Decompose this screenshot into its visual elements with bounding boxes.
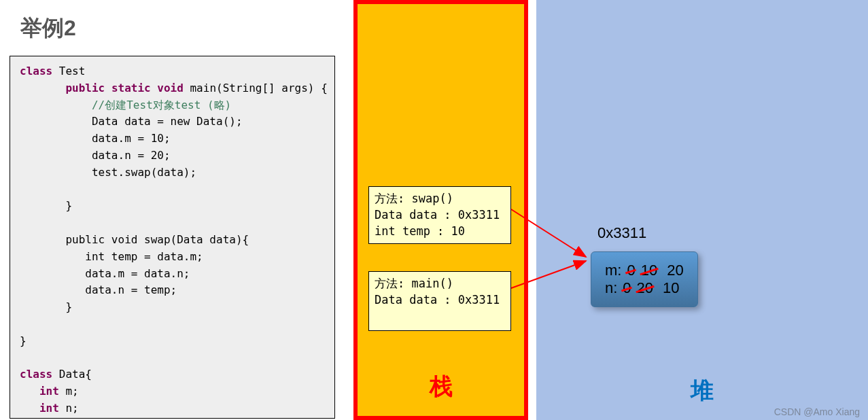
stack-frame-swap: 方法: swap() Data data : 0x3311 int temp :… <box>368 186 511 244</box>
keyword-class: class <box>20 65 52 77</box>
heap-field-label: m: <box>605 262 621 279</box>
stack-column: 方法: swap() Data data : 0x3311 int temp :… <box>353 0 528 420</box>
heap-label: 堆 <box>691 375 714 406</box>
code-line: data.n = 20; <box>92 149 171 162</box>
stack-label: 栈 <box>430 371 453 402</box>
heap-object: m:0 10 20 n:0 20 10 <box>591 251 698 307</box>
code-brace: } <box>65 300 72 313</box>
keyword-class: class <box>20 368 52 381</box>
code-brace: { <box>85 368 92 381</box>
code-line: data.m = 10; <box>92 132 171 145</box>
watermark: CSDN @Amo Xiang <box>774 406 860 417</box>
heap-new-value: 10 <box>663 279 679 297</box>
main-signature: main(String[] args) { <box>184 82 328 94</box>
heap-field-n: n:0 20 10 <box>605 279 684 297</box>
heap-struck-value: 10 <box>641 262 657 279</box>
code-brace: } <box>65 199 72 212</box>
code-line: data.n = temp; <box>85 283 177 296</box>
page-title: 举例2 <box>20 14 76 43</box>
heap-column: 0x3311 m:0 10 20 n:0 20 10 堆 <box>536 0 868 420</box>
code-line: test.swap(data); <box>92 166 196 179</box>
field-n: n; <box>59 402 79 415</box>
code-line: data.m = data.n; <box>85 267 190 280</box>
heap-new-value: 20 <box>667 262 683 279</box>
field-m: m; <box>59 385 79 398</box>
class-name-test: Test <box>59 65 86 77</box>
heap-struck-value: 20 <box>637 279 653 297</box>
code-line: Data data = new Data(); <box>92 115 243 128</box>
heap-field-m: m:0 10 20 <box>605 262 684 279</box>
swap-signature: public void swap(Data data){ <box>65 233 249 246</box>
keyword-public: public <box>65 82 105 94</box>
heap-struck-value: 0 <box>623 279 631 297</box>
keyword-int: int <box>39 385 59 398</box>
heap-struck-value: 0 <box>627 262 635 279</box>
stack-frame-main: 方法: main() Data data : 0x3311 <box>368 271 511 331</box>
code-line: int temp = data.m; <box>85 250 203 263</box>
class-name-data: Data <box>59 368 86 381</box>
code-brace: } <box>20 334 27 347</box>
heap-address: 0x3311 <box>597 224 646 242</box>
keyword-int: int <box>39 402 59 415</box>
keyword-static: static <box>111 82 151 94</box>
heap-field-label: n: <box>605 279 617 297</box>
code-comment: //创建Test对象test (略) <box>92 99 231 111</box>
code-block: class Test public static void main(Strin… <box>10 56 335 419</box>
keyword-void: void <box>157 82 184 94</box>
